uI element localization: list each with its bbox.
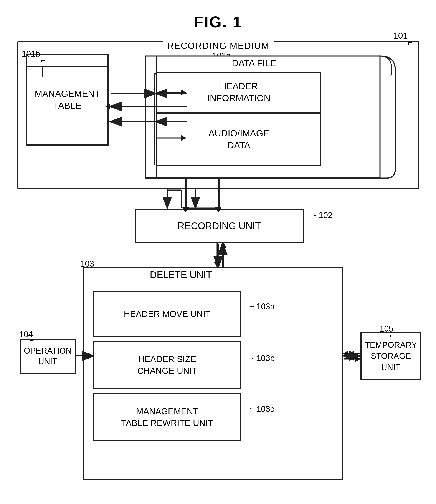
table-line-1 [27, 66, 108, 67]
ref-103b: ~ 103b [249, 354, 275, 363]
header-move-unit-box: HEADER MOVE UNIT [93, 291, 241, 337]
management-table-label: MANAGEMENT TABLE [35, 88, 100, 112]
management-table-box: MANAGEMENT TABLE [26, 54, 109, 146]
operation-unit-box: OPERATIONUNIT [19, 339, 76, 374]
ref-103a: ~ 103a [249, 302, 275, 311]
audio-image-box: AUDIO/IMAGEDATA [156, 113, 321, 165]
header-move-unit-label: HEADER MOVE UNIT [124, 309, 211, 319]
ref-101: 101 [393, 31, 408, 41]
page-container: { "title": "FIG. 1", "labels": { "fig_ti… [0, 0, 436, 504]
svg-marker-42 [220, 243, 227, 248]
ref-104-bracket: ⌐ [29, 336, 34, 345]
recording-unit-box: RECORDING UNIT [135, 209, 304, 243]
temp-storage-box: TEMPORARYSTORAGE UNIT [360, 332, 421, 380]
mgmt-rewrite-label: MANAGEMENTTABLE REWRITE UNIT [121, 405, 213, 429]
audio-image-label: AUDIO/IMAGEDATA [209, 128, 269, 151]
table-line-2 [42, 66, 43, 77]
svg-marker-46 [343, 350, 348, 357]
svg-marker-48 [355, 356, 360, 362]
header-information-box: HEADERINFORMATION [156, 72, 321, 113]
ref-105-bracket: ⌐ [390, 331, 394, 339]
header-size-change-label: HEADER SIZECHANGE UNIT [137, 353, 197, 377]
ref-103-bracket: ⌐ [90, 266, 95, 274]
mgmt-rewrite-box: MANAGEMENTTABLE REWRITE UNIT [93, 393, 241, 441]
ref-102: ~ 102 [312, 211, 332, 220]
operation-unit-label: OPERATIONUNIT [24, 346, 72, 367]
ref-103c: ~ 103c [249, 404, 274, 414]
header-information-label: HEADERINFORMATION [207, 80, 271, 104]
svg-marker-40 [214, 262, 220, 267]
ref-101a: 101a [212, 51, 231, 60]
header-size-change-box: HEADER SIZECHANGE UNIT [93, 341, 241, 389]
ref-101a-bracket: ⌐ [231, 58, 235, 67]
delete-unit-label: DELETE UNIT [148, 269, 214, 280]
fig-title: FIG. 1 [0, 0, 436, 39]
recording-medium-label: RECORDING MEDIUM [163, 41, 274, 51]
recording-unit-label: RECORDING UNIT [178, 220, 261, 231]
temp-storage-label: TEMPORARYSTORAGE UNIT [362, 339, 420, 373]
